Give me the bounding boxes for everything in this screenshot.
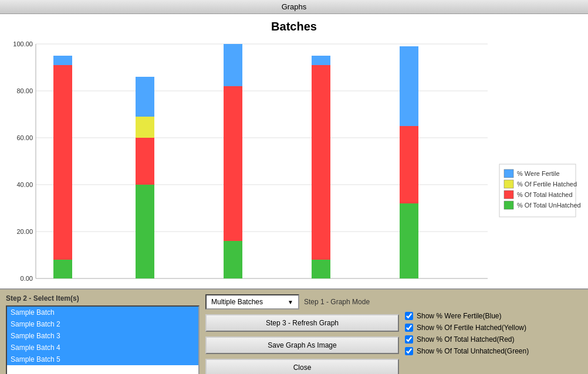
checkbox-unhatched: Show % Of Total Unhatched(Green) xyxy=(405,347,582,355)
refresh-graph-button[interactable]: Step 3 - Refresh Graph xyxy=(205,314,399,332)
chevron-down-icon: ▼ xyxy=(288,299,293,305)
svg-text:80.00: 80.00 xyxy=(16,87,33,94)
top-controls-row: Multiple Batches ▼ Step 1 - Graph Mode xyxy=(205,294,399,310)
checkbox-unhatched-input[interactable] xyxy=(405,347,413,355)
graph-mode-label: Step 1 - Graph Mode xyxy=(304,298,370,306)
chart-title: Batches xyxy=(6,20,582,33)
dropdown-value: Multiple Batches xyxy=(211,298,263,306)
checkbox-fertile-label: Show % Were Fertile(Blue) xyxy=(417,312,502,320)
svg-text:0.00: 0.00 xyxy=(21,275,33,281)
bar-unhatched-5 xyxy=(400,203,418,278)
svg-text:60.00: 60.00 xyxy=(16,134,33,141)
svg-text:% Were Fertile: % Were Fertile xyxy=(517,170,560,177)
bar-unhatched-2 xyxy=(136,185,154,278)
svg-rect-23 xyxy=(504,191,513,199)
bottom-panel: Step 2 - Select Item(s) Sample Batch Sam… xyxy=(0,290,588,374)
checkbox-fertile: Show % Were Fertile(Blue) xyxy=(405,312,582,320)
list-item-2[interactable]: Sample Batch 2 xyxy=(7,318,198,330)
bar-unhatched-3 xyxy=(224,241,242,278)
svg-text:40.00: 40.00 xyxy=(16,181,33,188)
left-panel: Step 2 - Select Item(s) Sample Batch Sam… xyxy=(6,294,200,374)
list-item-3[interactable]: Sample Batch 3 xyxy=(7,330,198,342)
checkbox-totalhatched: Show % Of Total Hatched(Red) xyxy=(405,335,582,344)
batch-mode-dropdown[interactable]: Multiple Batches ▼ xyxy=(205,294,299,310)
step2-label: Step 2 - Select Item(s) xyxy=(6,294,200,302)
svg-rect-21 xyxy=(504,180,513,188)
checkbox-totalhatched-input[interactable] xyxy=(405,335,413,344)
right-panel: Show % Were Fertile(Blue) Show % Of Fert… xyxy=(405,294,582,374)
bar-unhatched-1 xyxy=(53,260,72,278)
batch-list[interactable]: Sample Batch Sample Batch 2 Sample Batch… xyxy=(6,305,200,374)
svg-text:% Of Fertile Hatched: % Of Fertile Hatched xyxy=(517,181,577,188)
svg-rect-25 xyxy=(504,201,513,209)
list-item-1[interactable]: Sample Batch xyxy=(7,307,198,318)
svg-text:20.00: 20.00 xyxy=(16,228,33,235)
bar-chart: 100.00 80.00 60.00 40.00 20.00 0.00 xyxy=(6,38,582,281)
svg-text:% Of Total UnHatched: % Of Total UnHatched xyxy=(517,202,581,209)
checkbox-fertile-input[interactable] xyxy=(405,312,413,320)
svg-text:% Of Total Hatched: % Of Total Hatched xyxy=(517,191,573,198)
bar-hatched-1 xyxy=(53,65,72,278)
list-item-5[interactable]: Sample Batch 5 xyxy=(7,353,198,365)
checkbox-ferthatched-label: Show % Of Fertile Hatched(Yellow) xyxy=(417,324,526,332)
window-title: Graphs xyxy=(282,2,307,11)
svg-text:100.00: 100.00 xyxy=(13,40,33,47)
middle-panel: Multiple Batches ▼ Step 1 - Graph Mode S… xyxy=(205,294,399,374)
list-item-4[interactable]: Sample Batch 4 xyxy=(7,342,198,353)
checkbox-ferthatched-input[interactable] xyxy=(405,324,413,332)
close-button[interactable]: Close xyxy=(205,359,399,374)
title-bar: Graphs xyxy=(0,0,588,14)
checkbox-unhatched-label: Show % Of Total Unhatched(Green) xyxy=(417,347,529,355)
save-image-button[interactable]: Save Graph As Image xyxy=(205,336,399,354)
svg-rect-19 xyxy=(504,169,513,178)
chart-container: Batches 100.00 80.00 60.00 40.00 20.00 0… xyxy=(0,14,588,290)
bar-hatched-4 xyxy=(312,65,330,278)
checkbox-totalhatched-label: Show % Of Total Hatched(Red) xyxy=(417,335,515,344)
bar-unhatched-4 xyxy=(312,260,330,278)
checkbox-ferthatched: Show % Of Fertile Hatched(Yellow) xyxy=(405,324,582,332)
